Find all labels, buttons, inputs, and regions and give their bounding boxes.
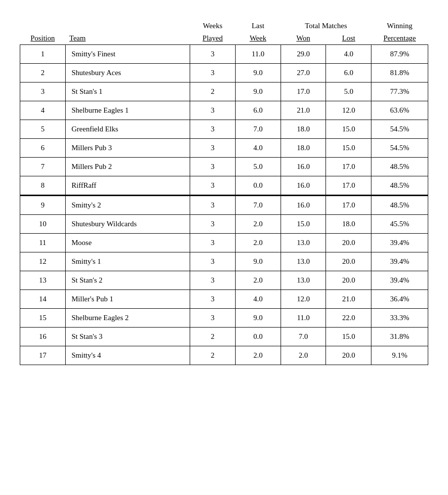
pct-cell: 81.8% (371, 64, 428, 82)
team-cell: RiffRaff (65, 176, 190, 196)
week-col-header: Week (235, 32, 281, 45)
team-cell: Moose (65, 234, 190, 252)
position-cell: 4 (20, 101, 66, 120)
last-week-cell: 0.0 (235, 176, 281, 196)
won-cell: 7.0 (281, 328, 326, 346)
position-cell: 3 (20, 82, 66, 101)
team-cell: Greenfield Elks (65, 120, 190, 139)
team-cell: Smitty's 1 (65, 252, 190, 271)
table-row: 6Millers Pub 334.018.015.054.5% (20, 139, 428, 158)
lost-cell: 20.0 (326, 346, 371, 365)
won-cell: 13.0 (281, 252, 326, 271)
team-cell: Millers Pub 3 (65, 139, 190, 158)
won-cell: 13.0 (281, 234, 326, 252)
position-cell: 8 (20, 176, 66, 196)
won-cell: 16.0 (281, 158, 326, 176)
last-week-cell: 9.0 (235, 252, 281, 271)
pct-cell: 45.5% (371, 215, 428, 234)
position-cell: 14 (20, 290, 66, 309)
last-week-cell: 9.0 (235, 82, 281, 101)
table-row: 16St Stan's 320.07.015.031.8% (20, 328, 428, 346)
header-row-2: Position Team Played Week Won Lost Perce… (20, 32, 428, 45)
pct-cell: 33.3% (371, 309, 428, 328)
played-col-header: Played (190, 32, 236, 45)
lost-cell: 15.0 (326, 139, 371, 158)
pct-cell: 39.4% (371, 252, 428, 271)
table-row: 13St Stan's 232.013.020.039.4% (20, 271, 428, 290)
won-cell: 16.0 (281, 196, 326, 215)
won-cell: 11.0 (281, 309, 326, 328)
last-week-cell: 9.0 (235, 309, 281, 328)
position-cell: 9 (20, 196, 66, 215)
lost-col-header: Lost (326, 32, 371, 45)
last-week-cell: 9.0 (235, 64, 281, 82)
played-cell: 3 (190, 45, 236, 64)
won-cell: 15.0 (281, 215, 326, 234)
team-cell: St Stan's 1 (65, 82, 190, 101)
last-header: Last (235, 20, 281, 32)
pct-cell: 48.5% (371, 158, 428, 176)
header-row-1: Weeks Last Total Matches Winning (20, 20, 428, 32)
played-cell: 3 (190, 196, 236, 215)
lost-cell: 12.0 (326, 101, 371, 120)
team-cell: St Stan's 2 (65, 271, 190, 290)
last-week-cell: 2.0 (235, 234, 281, 252)
lost-cell: 17.0 (326, 196, 371, 215)
table-row: 2Shutesbury Aces39.027.06.081.8% (20, 64, 428, 82)
winning-header: Winning (371, 20, 428, 32)
pct-cell: 87.9% (371, 45, 428, 64)
table-row: 11Moose32.013.020.039.4% (20, 234, 428, 252)
pct-cell: 54.5% (371, 120, 428, 139)
table-row: 7Millers Pub 235.016.017.048.5% (20, 158, 428, 176)
table-row: 12Smitty's 139.013.020.039.4% (20, 252, 428, 271)
pct-cell: 39.4% (371, 271, 428, 290)
played-cell: 3 (190, 64, 236, 82)
last-week-cell: 6.0 (235, 101, 281, 120)
last-week-cell: 2.0 (235, 346, 281, 365)
position-cell: 17 (20, 346, 66, 365)
position-cell: 10 (20, 215, 66, 234)
table-row: 8RiffRaff30.016.017.048.5% (20, 176, 428, 196)
last-week-cell: 7.0 (235, 196, 281, 215)
won-cell: 18.0 (281, 120, 326, 139)
won-cell: 17.0 (281, 82, 326, 101)
pct-cell: 9.1% (371, 346, 428, 365)
pct-cell: 54.5% (371, 139, 428, 158)
last-week-cell: 2.0 (235, 271, 281, 290)
last-week-cell: 7.0 (235, 120, 281, 139)
table-row: 10Shutesbury Wildcards32.015.018.045.5% (20, 215, 428, 234)
table-row: 15Shelburne Eagles 239.011.022.033.3% (20, 309, 428, 328)
last-week-cell: 4.0 (235, 139, 281, 158)
table-row: 4Shelburne Eagles 136.021.012.063.6% (20, 101, 428, 120)
played-cell: 3 (190, 215, 236, 234)
lost-cell: 18.0 (326, 215, 371, 234)
won-cell: 21.0 (281, 101, 326, 120)
pct-cell: 77.3% (371, 82, 428, 101)
table-row: 1Smitty's Finest311.029.04.087.9% (20, 45, 428, 64)
last-week-cell: 5.0 (235, 158, 281, 176)
played-cell: 2 (190, 328, 236, 346)
last-week-cell: 0.0 (235, 328, 281, 346)
position-cell: 13 (20, 271, 66, 290)
played-cell: 2 (190, 346, 236, 365)
pct-cell: 48.5% (371, 176, 428, 196)
position-cell: 15 (20, 309, 66, 328)
pct-cell: 31.8% (371, 328, 428, 346)
team-cell: Shutesbury Aces (65, 64, 190, 82)
total-matches-header: Total Matches (281, 20, 371, 32)
position-cell: 6 (20, 139, 66, 158)
team-cell: Miller's Pub 1 (65, 290, 190, 309)
position-cell: 2 (20, 64, 66, 82)
lost-cell: 17.0 (326, 176, 371, 196)
won-cell: 2.0 (281, 346, 326, 365)
team-col-header: Team (65, 32, 190, 45)
last-week-cell: 11.0 (235, 45, 281, 64)
lost-cell: 15.0 (326, 328, 371, 346)
won-cell: 12.0 (281, 290, 326, 309)
won-cell: 13.0 (281, 271, 326, 290)
position-header-empty (20, 20, 66, 32)
lost-cell: 15.0 (326, 120, 371, 139)
lost-cell: 6.0 (326, 64, 371, 82)
team-cell: Millers Pub 2 (65, 158, 190, 176)
percentage-col-header: Percentage (371, 32, 428, 45)
